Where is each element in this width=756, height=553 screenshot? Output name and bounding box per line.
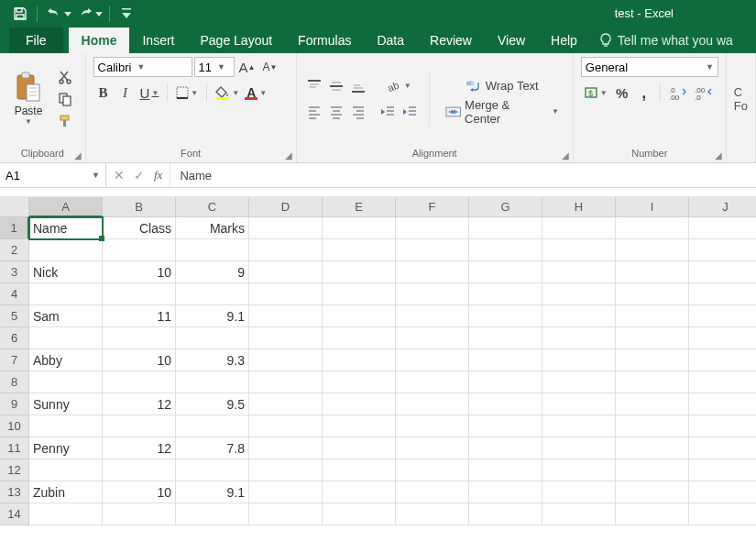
cell[interactable] [396,459,469,481]
row-header[interactable]: 7 [0,349,29,371]
cell[interactable] [689,239,756,261]
qat-customize-icon[interactable] [115,3,137,25]
cell[interactable] [469,349,542,371]
tab-file[interactable]: File [9,28,63,53]
cell[interactable] [396,283,469,305]
cell[interactable] [249,327,323,349]
tab-data[interactable]: Data [364,28,417,53]
cell[interactable] [689,217,756,239]
cell[interactable] [249,437,323,459]
row-header[interactable]: 3 [0,261,29,283]
cell[interactable] [396,415,469,437]
row-header[interactable]: 1 [0,217,29,239]
cell[interactable] [542,261,616,283]
cell[interactable] [103,327,176,349]
cell[interactable] [249,217,323,239]
cell[interactable] [103,239,176,261]
cell[interactable] [249,393,323,415]
cell[interactable] [29,415,103,437]
cell[interactable] [616,437,689,459]
cell[interactable] [29,459,103,481]
fx-icon[interactable]: fx [154,168,162,182]
cell[interactable] [396,217,469,239]
column-header[interactable]: F [396,197,469,217]
cell[interactable] [249,261,323,283]
cell[interactable]: 10 [103,481,176,503]
cell[interactable]: 9.1 [176,481,249,503]
cell[interactable] [689,503,756,525]
cell[interactable] [323,261,396,283]
font-name-combo[interactable]: Calibri▼ [93,57,192,77]
cell[interactable] [323,503,396,525]
column-header[interactable]: H [542,197,616,217]
cell[interactable]: 10 [103,261,176,283]
cell[interactable] [469,459,542,481]
undo-icon[interactable] [43,3,65,25]
cell[interactable] [542,283,616,305]
cell[interactable] [323,305,396,327]
cell[interactable] [396,481,469,503]
row-header[interactable]: 14 [0,503,29,525]
cell[interactable] [542,239,616,261]
cell[interactable] [689,349,756,371]
row-header[interactable]: 4 [0,283,29,305]
cell[interactable]: 9.3 [176,349,249,371]
cell[interactable] [396,371,469,393]
cell[interactable] [469,217,542,239]
cell[interactable] [616,459,689,481]
cell[interactable] [176,503,249,525]
cell[interactable] [542,393,616,415]
enter-formula-icon[interactable]: ✓ [134,168,145,182]
cell[interactable] [689,261,756,283]
italic-button[interactable]: I [115,83,136,103]
paste-button[interactable]: Paste ▼ [7,72,49,126]
cell[interactable] [616,283,689,305]
cell[interactable]: 9.5 [176,393,249,415]
align-bottom-icon[interactable] [348,76,368,96]
cell[interactable] [542,217,616,239]
cell[interactable]: 9 [176,261,249,283]
cell[interactable] [176,327,249,349]
cell[interactable] [29,283,103,305]
cell[interactable] [616,305,689,327]
merge-center-button[interactable]: Merge & Center ▼ [439,102,565,122]
cell[interactable] [469,393,542,415]
select-all-corner[interactable] [0,197,29,217]
fill-color-icon[interactable]: ▼ [213,83,242,103]
cell[interactable] [103,283,176,305]
cell[interactable] [542,437,616,459]
cell[interactable] [689,481,756,503]
cell[interactable] [469,415,542,437]
cell[interactable] [616,327,689,349]
font-size-combo[interactable]: 11▼ [194,57,235,77]
cell[interactable] [396,327,469,349]
cell[interactable] [103,371,176,393]
cell[interactable]: 12 [103,437,176,459]
underline-button[interactable]: U▼ [137,83,162,103]
cell[interactable] [103,459,176,481]
cell[interactable] [103,503,176,525]
cell[interactable] [323,349,396,371]
align-right-icon[interactable] [348,102,368,122]
font-dialog-launcher-icon[interactable]: ◢ [285,150,292,160]
cell[interactable] [396,349,469,371]
cell[interactable] [542,415,616,437]
redo-dropdown-icon[interactable] [94,3,104,25]
tab-page-layout[interactable]: Page Layout [187,28,285,53]
cell[interactable] [689,283,756,305]
cell[interactable] [29,371,103,393]
formula-content[interactable]: Name [170,163,756,187]
cell[interactable]: Abby [29,349,103,371]
cell[interactable]: 7.8 [176,437,249,459]
column-header[interactable]: A [29,197,103,217]
accounting-format-icon[interactable]: $▼ [581,83,610,103]
cell[interactable] [542,481,616,503]
cell[interactable] [176,239,249,261]
tab-home[interactable]: Home [69,28,130,53]
redo-icon[interactable] [74,3,96,25]
cell[interactable] [249,415,323,437]
orientation-icon[interactable]: ab▼ [378,76,420,96]
cell[interactable]: 10 [103,349,176,371]
cell[interactable] [323,393,396,415]
cell[interactable] [469,327,542,349]
